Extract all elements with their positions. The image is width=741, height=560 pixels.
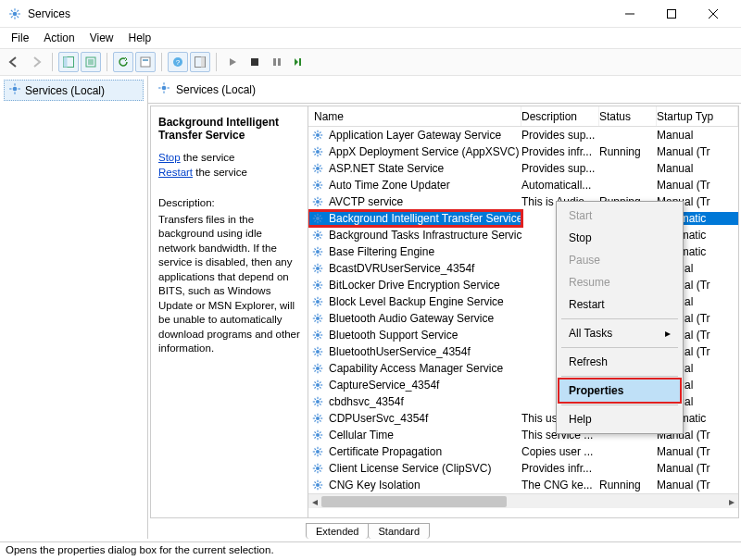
tab-standard[interactable]: Standard [368, 523, 430, 539]
cm-restart[interactable]: Restart [559, 293, 680, 316]
service-name: AVCTP service [329, 195, 403, 208]
svg-point-54 [316, 167, 320, 170]
pause-service-button[interactable] [267, 52, 287, 72]
scroll-left-icon[interactable]: ◂ [308, 494, 321, 509]
scroll-right-icon[interactable]: ▸ [725, 494, 738, 509]
service-row[interactable]: Certificate PropagationCopies user ...Ma… [308, 443, 738, 460]
right-pane-title: Services (Local) [176, 83, 256, 96]
description-label: Description: [158, 196, 300, 211]
properties-button[interactable] [135, 52, 156, 72]
cm-start: Start [559, 205, 680, 227]
show-hide-console-tree-button[interactable] [58, 52, 79, 72]
menu-file[interactable]: File [4, 30, 36, 46]
svg-line-230 [315, 482, 316, 483]
restart-service-button[interactable] [289, 52, 309, 72]
gear-icon [310, 294, 325, 309]
start-service-button[interactable] [222, 52, 243, 72]
svg-line-167 [315, 366, 316, 367]
col-header-startup[interactable]: Startup Typ [657, 106, 738, 126]
list-header: Name Description Status Startup Typ [308, 106, 738, 127]
detail-title: Background Intelligent Transfer Service [158, 116, 300, 142]
gear-icon [310, 461, 325, 476]
service-row[interactable]: CNG Key IsolationThe CNG ke...RunningMan… [308, 477, 738, 493]
service-name: ASP.NET State Service [329, 162, 444, 175]
svg-point-99 [316, 250, 320, 254]
svg-line-224 [320, 466, 320, 467]
scroll-thumb[interactable] [321, 496, 507, 507]
svg-line-160 [315, 354, 316, 355]
col-header-name[interactable]: Name [308, 106, 521, 126]
svg-line-95 [315, 232, 316, 233]
svg-point-26 [13, 87, 18, 92]
svg-rect-10 [667, 9, 675, 18]
svg-line-214 [315, 454, 316, 454]
svg-line-233 [320, 482, 320, 483]
cm-pause: Pause [559, 249, 680, 271]
back-button[interactable] [4, 52, 24, 72]
svg-line-52 [315, 154, 316, 155]
service-row[interactable]: Client License Service (ClipSVC)Provides… [308, 460, 738, 477]
cm-properties[interactable]: Properties [558, 378, 682, 404]
svg-line-107 [320, 249, 320, 250]
tree-pane: Services (Local) [0, 76, 148, 539]
gear-icon [310, 361, 325, 376]
refresh-button[interactable] [113, 52, 133, 72]
services-icon [8, 82, 21, 98]
chevron-right-icon: ▸ [665, 327, 671, 340]
svg-line-179 [320, 382, 320, 383]
tab-extended[interactable]: Extended [306, 523, 369, 539]
close-button[interactable] [692, 1, 734, 27]
cm-refresh[interactable]: Refresh [559, 351, 680, 373]
svg-line-62 [320, 166, 320, 167]
service-description: Provides sup... [521, 129, 599, 142]
svg-line-61 [315, 170, 316, 171]
menu-action[interactable]: Action [36, 30, 82, 46]
svg-line-113 [315, 266, 316, 267]
svg-line-70 [315, 187, 316, 188]
svg-line-187 [315, 404, 316, 404]
svg-line-106 [315, 254, 316, 255]
minimize-button[interactable] [609, 1, 650, 27]
service-name: Cellular Time [329, 429, 394, 442]
svg-line-131 [315, 299, 316, 300]
service-row[interactable]: Auto Time Zone UpdaterAutomaticall...Man… [308, 177, 738, 193]
service-description: Provides infr... [521, 462, 599, 475]
service-row[interactable]: ASP.NET State ServiceProvides sup...Manu… [308, 160, 738, 177]
maximize-button[interactable] [650, 1, 692, 27]
service-startup: Manual (Tr [657, 445, 738, 458]
svg-line-44 [320, 132, 320, 133]
service-name: CNG Key Isolation [329, 479, 421, 492]
forward-button[interactable] [26, 52, 46, 72]
export-list-button[interactable] [81, 52, 101, 72]
col-header-status[interactable]: Status [599, 106, 657, 126]
service-row[interactable]: Application Layer Gateway ServiceProvide… [308, 127, 738, 143]
svg-line-232 [315, 487, 316, 488]
cm-resume: Resume [559, 271, 680, 293]
svg-line-69 [320, 187, 320, 188]
service-row[interactable]: AppX Deployment Service (AppXSVC)Provide… [308, 143, 738, 160]
menu-view[interactable]: View [82, 30, 121, 46]
restart-service-link[interactable]: Restart [158, 167, 193, 178]
stop-service-button[interactable] [245, 52, 265, 72]
menu-help[interactable]: Help [121, 30, 159, 46]
show-hide-action-pane-button[interactable] [190, 52, 210, 72]
cm-help[interactable]: Help [559, 408, 680, 430]
svg-rect-21 [201, 57, 205, 68]
svg-point-135 [316, 317, 320, 320]
horizontal-scrollbar[interactable]: ◂ ▸ [308, 493, 738, 508]
tree-item-services-local[interactable]: Services (Local) [4, 80, 144, 101]
svg-line-161 [320, 349, 320, 350]
svg-line-77 [315, 199, 316, 200]
service-description: Copies user ... [521, 445, 599, 458]
cm-all-tasks[interactable]: All Tasks ▸ [559, 322, 680, 344]
svg-rect-23 [273, 58, 276, 66]
help-button[interactable]: ? [168, 52, 188, 72]
svg-line-185 [315, 399, 316, 400]
cm-stop[interactable]: Stop [559, 227, 680, 249]
col-header-description[interactable]: Description [521, 106, 599, 126]
svg-line-87 [320, 220, 320, 221]
svg-point-189 [316, 417, 320, 420]
svg-point-108 [316, 267, 320, 270]
stop-service-link[interactable]: Stop [158, 152, 181, 163]
svg-line-196 [315, 420, 316, 421]
